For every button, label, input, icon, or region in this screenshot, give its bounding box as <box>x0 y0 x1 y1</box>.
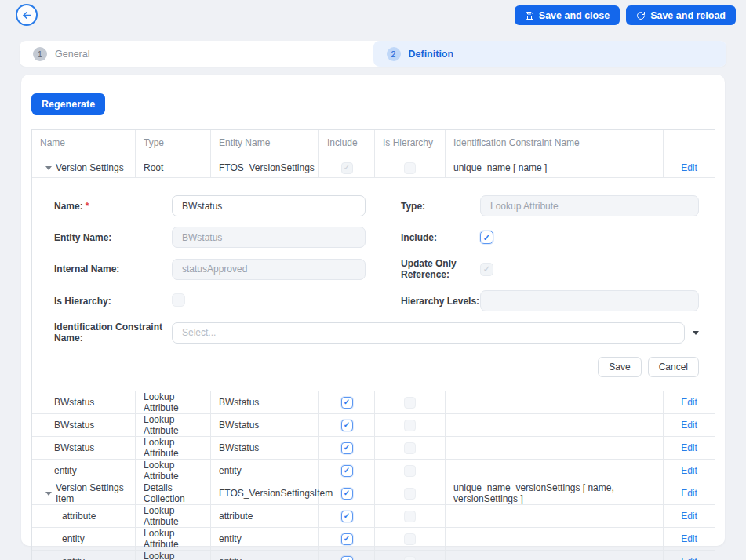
table-header: Name Type Entity Name Include Is Hierarc… <box>32 130 715 158</box>
row-entity-name: BWstatus <box>211 436 319 459</box>
column-header-is-hierarchy: Is Hierarchy <box>375 130 446 158</box>
row-type: Details Collection <box>136 482 211 504</box>
name-field[interactable] <box>172 195 366 216</box>
row-type: Lookup Attribute <box>136 459 211 482</box>
row-name: entity <box>32 527 136 550</box>
identification-constraint-name-field-label: Identification Constraint Name: <box>54 322 172 344</box>
include-checkbox[interactable] <box>480 231 493 244</box>
definition-table: Name Type Entity Name Include Is Hierarc… <box>31 129 715 560</box>
hierarchy-levels-field-label: Hierarchy Levels: <box>401 296 480 307</box>
row-constraint <box>446 527 664 550</box>
row-name: Version Settings Item <box>56 482 127 504</box>
include-checkbox[interactable] <box>341 533 353 545</box>
step-label: General <box>55 49 89 60</box>
save-icon <box>525 11 534 20</box>
edit-link[interactable]: Edit <box>681 533 697 544</box>
save-and-reload-button[interactable]: Save and reload <box>626 5 736 25</box>
save-and-reload-label: Save and reload <box>650 10 726 21</box>
step-definition[interactable]: 2 Definition <box>373 41 727 67</box>
edit-link[interactable]: Edit <box>681 511 697 522</box>
row-entity-name: entity <box>211 459 319 482</box>
table-row: entity Lookup Attribute entity Edit <box>32 459 715 482</box>
is-hierarchy-checkbox <box>404 488 416 500</box>
save-and-close-button[interactable]: Save and close <box>515 5 620 25</box>
steps-bar: 1 General 2 Definition <box>20 41 726 67</box>
include-checkbox <box>341 162 353 174</box>
row-type: Lookup Attribute <box>136 413 211 436</box>
table-row: entity Lookup Attribute entity Edit <box>32 550 715 560</box>
include-checkbox[interactable] <box>341 442 353 454</box>
edit-link[interactable]: Edit <box>681 488 697 499</box>
caret-down-icon[interactable] <box>45 166 52 170</box>
edit-link[interactable]: Edit <box>681 162 697 173</box>
row-constraint <box>446 436 664 459</box>
row-name: BWstatus <box>32 436 136 459</box>
identification-constraint-name-select[interactable]: Select... <box>172 322 685 344</box>
internal-name-field <box>172 259 366 280</box>
reload-icon <box>636 11 646 20</box>
row-entity-name: BWstatus <box>211 391 319 413</box>
row-constraint: unique_name_versionSettings [ name, vers… <box>446 482 664 504</box>
row-constraint <box>446 459 664 482</box>
include-checkbox[interactable] <box>341 488 353 500</box>
row-entity-name: FTOS_VersionSettings <box>211 158 319 177</box>
include-checkbox[interactable] <box>341 465 353 477</box>
edit-link[interactable]: Edit <box>681 397 697 408</box>
row-constraint <box>446 504 664 527</box>
row-entity-name: FTOS_VersionSettingsItem <box>211 482 319 504</box>
table-row: Version Settings Item Details Collection… <box>32 482 715 504</box>
row-constraint: unique_name [ name ] <box>446 158 664 177</box>
include-checkbox[interactable] <box>341 556 353 560</box>
include-checkbox[interactable] <box>341 511 353 522</box>
caret-down-icon[interactable] <box>45 492 52 496</box>
is-hierarchy-checkbox <box>404 162 416 174</box>
is-hierarchy-checkbox <box>404 397 416 409</box>
include-field-label: Include: <box>401 232 480 243</box>
table-row: Version Settings Root FTOS_VersionSettin… <box>32 158 715 177</box>
is-hierarchy-checkbox <box>404 442 416 454</box>
edit-link[interactable]: Edit <box>681 442 697 453</box>
save-button[interactable]: Save <box>598 357 641 377</box>
column-header-include: Include <box>319 130 375 158</box>
row-type: Lookup Attribute <box>136 550 211 560</box>
row-name: Version Settings <box>56 162 124 173</box>
save-and-close-label: Save and close <box>539 10 610 21</box>
cancel-button[interactable]: Cancel <box>648 357 699 377</box>
is-hierarchy-checkbox <box>404 511 416 522</box>
entity-name-field-label: Entity Name: <box>54 232 172 243</box>
update-only-reference-checkbox <box>480 263 493 276</box>
row-name: entity <box>32 459 136 482</box>
row-entity-name: entity <box>211 550 319 560</box>
topbar: Save and close Save and reload <box>0 0 746 41</box>
edit-link[interactable]: Edit <box>681 465 697 476</box>
row-name: attribute <box>32 504 136 527</box>
back-button[interactable] <box>16 4 38 26</box>
chevron-down-icon[interactable] <box>693 331 699 335</box>
column-header-entity-name: Entity Name <box>211 130 319 158</box>
top-actions: Save and close Save and reload <box>515 4 736 25</box>
row-type: Lookup Attribute <box>136 504 211 527</box>
edit-link[interactable]: Edit <box>681 556 697 560</box>
required-asterisk: * <box>86 201 89 212</box>
is-hierarchy-checkbox <box>404 465 416 477</box>
column-header-type: Type <box>136 130 211 158</box>
row-name: BWstatus <box>32 413 136 436</box>
step-number-badge: 1 <box>33 47 47 61</box>
include-checkbox[interactable] <box>341 397 353 409</box>
internal-name-field-label: Internal Name: <box>54 264 172 275</box>
is-hierarchy-field-label: Is Hierarchy: <box>54 296 172 307</box>
content-card: Regenerate Name Type Entity Name Include… <box>21 75 725 546</box>
row-entity-name: entity <box>211 527 319 550</box>
row-entity-name: attribute <box>211 504 319 527</box>
type-field <box>480 195 699 216</box>
is-hierarchy-checkbox <box>404 533 416 545</box>
row-name: entity <box>32 550 136 560</box>
row-constraint <box>446 550 664 560</box>
include-checkbox[interactable] <box>341 420 353 431</box>
arrow-left-icon <box>21 9 33 21</box>
table-row: BWstatus Lookup Attribute BWstatus Edit <box>32 413 715 436</box>
step-general[interactable]: 1 General <box>20 41 373 67</box>
table-row: entity Lookup Attribute entity Edit <box>32 527 715 550</box>
regenerate-button[interactable]: Regenerate <box>31 93 105 115</box>
edit-link[interactable]: Edit <box>681 420 697 431</box>
